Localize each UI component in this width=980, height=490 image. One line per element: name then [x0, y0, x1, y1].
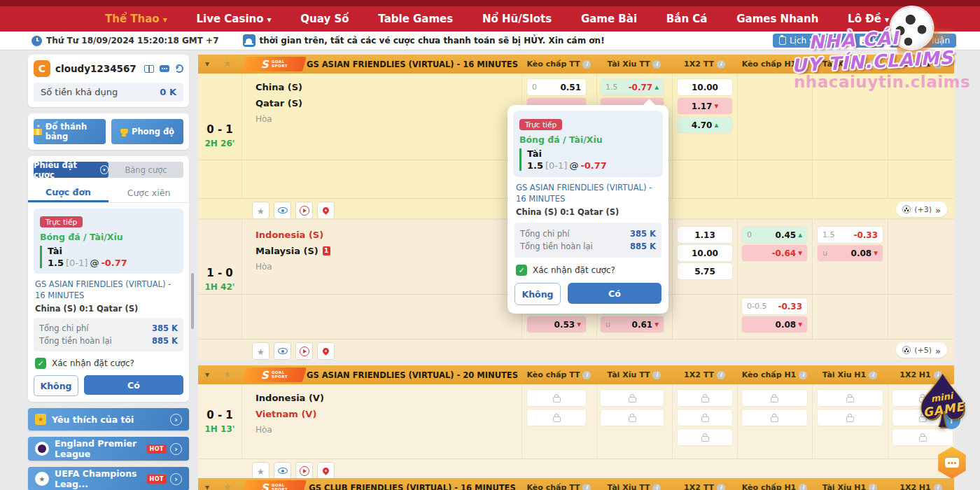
info-icon[interactable] — [799, 371, 807, 379]
home-team[interactable]: Indonesia (S) — [255, 227, 330, 243]
odds-cell-handicap-ft-r2b[interactable]: 0.53 — [527, 316, 586, 332]
info-icon[interactable] — [717, 60, 725, 69]
watch-button[interactable] — [274, 462, 291, 479]
odds-cell-ou-ft-r2b[interactable]: u0.61 — [601, 316, 664, 332]
odds-cell-1x2-away[interactable]: 10.00 — [678, 245, 732, 261]
info-icon[interactable] — [799, 60, 807, 69]
ucl-logo-icon — [35, 472, 49, 486]
confirm-checkbox[interactable] — [516, 265, 527, 276]
odds-cell-ou-ft-selected[interactable]: 1.5-0.77 — [601, 79, 664, 95]
odds-cell-handicap-h1-r2b[interactable]: 0.08 — [742, 316, 807, 332]
col-label: Kèo chấp TT — [527, 59, 580, 69]
hot-badge: HOT — [147, 475, 167, 484]
info-icon[interactable] — [582, 484, 591, 490]
confirm-bet-button[interactable]: Có — [568, 283, 662, 304]
info-icon[interactable] — [582, 371, 591, 379]
form-button[interactable]: Phong độ — [111, 119, 183, 144]
favorite-match-button[interactable] — [252, 342, 270, 360]
info-icon[interactable] — [934, 60, 942, 69]
info-icon[interactable] — [582, 60, 591, 69]
odds-cell-1x2-draw[interactable]: 4.70 — [678, 117, 732, 133]
odds-cell-1x2-home[interactable]: 10.00 — [678, 79, 732, 95]
info-icon[interactable] — [652, 371, 661, 379]
column-divider — [241, 384, 242, 458]
info-icon[interactable] — [869, 484, 877, 490]
favorite-match-button[interactable] — [252, 202, 270, 219]
hot-match-button[interactable] — [317, 462, 335, 479]
info-icon[interactable] — [799, 484, 807, 490]
live-stream-button[interactable] — [295, 202, 313, 219]
tab-bet-board[interactable]: Bảng cược — [108, 162, 183, 178]
collapse-chevron-icon[interactable] — [205, 370, 209, 379]
live-stream-button[interactable] — [295, 342, 313, 360]
odds-cell-handicap-h1-b[interactable]: -0.64 — [742, 245, 807, 261]
info-icon[interactable] — [652, 60, 661, 69]
favorites-label: Yêu thích của tôi — [52, 414, 134, 425]
username: cloudy1234567 — [55, 63, 136, 74]
info-icon[interactable] — [717, 371, 725, 379]
nav-item-live-casino[interactable]: Live Casino — [196, 13, 271, 25]
sidebar-item-epl[interactable]: England Premier League HOT — [28, 437, 189, 461]
odds-value: 0.45 — [776, 230, 797, 240]
collapse-chevron-icon[interactable] — [205, 482, 209, 490]
info-icon[interactable] — [869, 371, 877, 379]
sidebar-item-favorites[interactable]: Yêu thích của tôi — [28, 408, 189, 430]
nav-item-games-nhanh[interactable]: Games Nhanh — [736, 13, 818, 25]
more-markets-button[interactable]: (+5) — [896, 342, 947, 358]
tab-bet-slip[interactable]: Phiếu đặt cược — [34, 162, 108, 178]
home-team[interactable]: China (S) — [255, 79, 302, 95]
odds-cell-ou-h1-a[interactable]: 1.5-0.33 — [818, 227, 883, 243]
live-stream-button[interactable] — [295, 462, 313, 479]
info-icon[interactable] — [934, 484, 942, 490]
favorite-league-icon[interactable] — [223, 482, 232, 490]
odds-cell-1x2-home[interactable]: 1.13 — [678, 227, 732, 243]
info-icon[interactable] — [652, 484, 661, 490]
home-team[interactable]: Indonesia (V) — [255, 390, 324, 406]
results-button[interactable]: SK — [853, 34, 884, 48]
leaderboard-button[interactable]: Đổ thánh bảng — [34, 119, 106, 144]
bet-history-button[interactable]: Lịch sử cược — [773, 34, 848, 48]
nav-item-slots[interactable]: Nổ Hũ/Slots — [482, 13, 552, 25]
nav-item-lo-de[interactable]: Lô Đề — [848, 13, 889, 25]
watch-button[interactable] — [274, 342, 291, 360]
message-icon[interactable] — [160, 65, 169, 72]
odds-cell-ou-h1-b[interactable]: u0.08 — [818, 245, 883, 261]
confirm-checkbox[interactable] — [35, 358, 46, 369]
minigame-button[interactable]: mini GAME — [910, 374, 977, 444]
favorite-league-icon[interactable] — [223, 58, 232, 69]
tab-single-bet[interactable]: Cược đơn — [28, 183, 108, 202]
more-markets-button[interactable]: (+3) — [896, 202, 947, 217]
hot-match-button[interactable] — [317, 342, 335, 360]
watch-button[interactable] — [274, 202, 291, 219]
hot-match-button[interactable] — [317, 202, 335, 219]
nav-item-table-games[interactable]: Table Games — [378, 13, 453, 25]
nav-item-ban-ca[interactable]: Bắn Cá — [666, 13, 708, 25]
odds-cell-handicap-h1-r2a[interactable]: 0-0.5-0.33 — [742, 298, 807, 314]
journal-icon[interactable] — [144, 65, 154, 73]
odds-cell-handicap-ft[interactable]: 00.51 — [527, 79, 586, 95]
odds-value: 4.70 — [692, 120, 713, 130]
odds-cell-1x2-away[interactable]: 1.17 — [678, 98, 732, 114]
tab-parlay-bet[interactable]: Cược xiên — [108, 183, 189, 202]
cancel-bet-button[interactable]: Không — [514, 283, 561, 305]
favorite-league-icon[interactable] — [223, 369, 232, 379]
away-team[interactable]: Vietnam (V) — [255, 406, 324, 422]
cancel-bet-button[interactable]: Không — [34, 375, 78, 396]
bet-pick: Tài — [527, 148, 657, 159]
discussion-button[interactable]: Thảo luận — [890, 34, 956, 48]
confirm-bet-button[interactable]: Có — [84, 375, 183, 395]
odds-cell-handicap-h1-a[interactable]: 00.45 — [742, 227, 807, 243]
favorite-match-button[interactable] — [252, 462, 270, 479]
sidebar-scrollbar[interactable] — [191, 273, 194, 329]
nav-item-game-bai[interactable]: Game Bài — [581, 13, 637, 25]
nav-item-quay-so[interactable]: Quay Số — [300, 13, 349, 25]
info-icon[interactable] — [869, 60, 877, 69]
collapse-chevron-icon[interactable] — [205, 59, 209, 69]
odds-cell-1x2-draw[interactable]: 5.75 — [678, 263, 732, 279]
sidebar-item-ucl[interactable]: UEFA Champions Leag... HOT — [28, 467, 189, 490]
refresh-icon[interactable] — [175, 64, 183, 73]
info-icon[interactable] — [717, 484, 725, 490]
away-team[interactable]: Malaysia (S)1 — [255, 243, 330, 259]
nav-item-the-thao[interactable]: Thể Thao — [105, 13, 167, 25]
away-team[interactable]: Qatar (S) — [255, 95, 302, 111]
